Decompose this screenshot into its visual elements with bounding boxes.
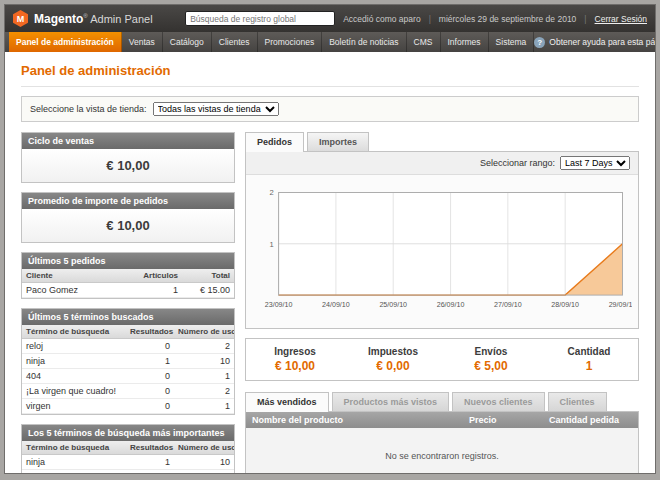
- stat-impuestos: Impuestos € 0,00: [344, 346, 442, 373]
- last-search-title: Últimos 5 términos buscados: [22, 309, 234, 325]
- totals-bar: Ingresos € 10,00 Impuestos € 0,00 Envíos…: [245, 338, 639, 381]
- avg-order-box: Promedio de importe de pedidos € 10,00: [21, 192, 235, 243]
- column-header: Resultados: [126, 325, 174, 339]
- stat-label: Ingresos: [246, 346, 344, 357]
- stat-value: € 5,00: [442, 359, 540, 373]
- column-header: Cliente: [22, 269, 136, 283]
- cell-uses: 2: [174, 339, 234, 354]
- tab-importes[interactable]: Importes: [307, 132, 369, 151]
- store-view-select[interactable]: Todas las vistas de tienda: [153, 102, 279, 116]
- svg-text:27/09/10: 27/09/10: [494, 301, 522, 309]
- nav-item-promociones[interactable]: Promociones: [258, 32, 323, 52]
- brand-mark: ®: [83, 13, 87, 19]
- admin-window: M Magento® Admin Panel Accedió como apar…: [4, 4, 656, 474]
- cell-uses: 2: [174, 470, 234, 475]
- stat-label: Envíos: [442, 346, 540, 357]
- nav-item-sistema[interactable]: Sistema: [489, 32, 535, 52]
- cell-term: ninja: [22, 354, 126, 369]
- cell-term: ninja: [22, 455, 126, 470]
- stat-value: € 0,00: [344, 359, 442, 373]
- svg-text:28/09/10: 28/09/10: [551, 301, 579, 309]
- page-title: Panel de administración: [21, 58, 639, 87]
- help-icon: ?: [534, 37, 545, 48]
- tab-clientes[interactable]: Clientes: [548, 392, 607, 411]
- nav-item-catalogo[interactable]: Catálogo: [163, 32, 212, 52]
- svg-text:29/09/10: 29/09/10: [609, 301, 632, 309]
- avg-order-title: Promedio de importe de pedidos: [22, 193, 234, 209]
- cell-uses: 2: [174, 384, 234, 399]
- cell-term: 404: [22, 369, 126, 384]
- column-header: Término de búsqueda: [22, 325, 126, 339]
- column-header: Total: [182, 269, 234, 283]
- cell-results: 1: [126, 455, 174, 470]
- cell-results: 0: [126, 399, 174, 414]
- range-bar: Seleccionar rango: Last 7 Days: [246, 152, 638, 175]
- nav-item-ventas[interactable]: Ventas: [122, 32, 163, 52]
- help-label: Obtener ayuda para esta página: [549, 37, 656, 47]
- chart-tabs: Pedidos Importes: [245, 132, 639, 151]
- last-orders-title: Últimos 5 pedidos: [22, 253, 234, 269]
- header-separator: |: [429, 14, 431, 24]
- column-header-qty: Cantidad pedida: [543, 412, 638, 428]
- tab-productos-mas-vistos[interactable]: Productos más vistos: [332, 392, 450, 411]
- nav-item-clientes[interactable]: Clientes: [212, 32, 258, 52]
- right-column: Pedidos Importes Seleccionar rango: Last…: [245, 132, 639, 474]
- last-orders-table: Cliente Artículos Total Paco Gomez 1 € 1…: [22, 269, 234, 298]
- stat-value: € 10,00: [246, 359, 344, 373]
- svg-text:23/09/10: 23/09/10: [265, 301, 293, 309]
- main-nav: Panel de administración Ventas Catálogo …: [5, 32, 655, 52]
- svg-text:25/09/10: 25/09/10: [379, 301, 407, 309]
- cell-uses: 1: [174, 399, 234, 414]
- help-link[interactable]: ? Obtener ayuda para esta página: [534, 32, 656, 52]
- tab-mas-vendidos[interactable]: Más vendidos: [245, 392, 329, 412]
- stat-cantidad: Cantidad 1: [540, 346, 638, 373]
- nav-item-informes[interactable]: Informes: [441, 32, 489, 52]
- nav-item-boletin[interactable]: Boletín de noticias: [322, 32, 406, 52]
- cell-results: 0: [126, 369, 174, 384]
- stat-value: 1: [540, 359, 638, 373]
- tab-nuevos-clientes[interactable]: Nuevos clientes: [452, 392, 545, 411]
- logout-link[interactable]: Cerrar Sesión: [595, 14, 647, 24]
- table-row[interactable]: ninja 1 10: [22, 455, 234, 470]
- header-right: Accedió como aparo | miércoles 29 de sep…: [185, 11, 647, 26]
- table-header-row: Término de búsqueda Resultados Número de…: [22, 441, 234, 455]
- column-header-product: Nombre del producto: [246, 412, 463, 428]
- nav-item-dashboard[interactable]: Panel de administración: [9, 32, 122, 52]
- column-header: Número de usos: [174, 325, 234, 339]
- top-search-box: Los 5 términos de búsqueda más important…: [21, 424, 235, 474]
- last-orders-box: Últimos 5 pedidos Cliente Artículos Tota…: [21, 252, 235, 299]
- cell-results: 0: [126, 339, 174, 354]
- table-row[interactable]: reloj 0 2: [22, 339, 234, 354]
- table-row[interactable]: virgen 0 1: [22, 399, 234, 414]
- table-row[interactable]: ¡La virgen que cuadro! 0 2: [22, 384, 234, 399]
- cell-results: 0: [126, 470, 174, 475]
- column-header: Número de usos: [174, 441, 234, 455]
- stat-envios: Envíos € 5,00: [442, 346, 540, 373]
- table-row[interactable]: Paco Gomez 1 € 15.00: [22, 283, 234, 298]
- left-column: Ciclo de ventas € 10,00 Promedio de impo…: [21, 132, 235, 474]
- store-view-label: Seleccione la vista de tienda:: [30, 104, 147, 114]
- store-view-bar: Seleccione la vista de tienda: Todas las…: [21, 96, 639, 122]
- sales-cycle-box: Ciclo de ventas € 10,00: [21, 132, 235, 183]
- nav-item-cms[interactable]: CMS: [407, 32, 441, 52]
- table-row[interactable]: 404 0 1: [22, 369, 234, 384]
- range-select[interactable]: Last 7 Days: [560, 156, 630, 170]
- cell-term: reloj: [22, 339, 126, 354]
- svg-text:2: 2: [270, 188, 274, 197]
- table-row[interactable]: ninja 1 10: [22, 354, 234, 369]
- table-row[interactable]: reloj 0 2: [22, 470, 234, 475]
- stat-ingresos: Ingresos € 10,00: [246, 346, 344, 373]
- stat-label: Cantidad: [540, 346, 638, 357]
- sales-cycle-title: Ciclo de ventas: [22, 133, 234, 149]
- global-search-input[interactable]: [185, 11, 335, 26]
- cell-items: 1: [136, 283, 182, 298]
- cell-uses: 10: [174, 455, 234, 470]
- brand-title: Magento® Admin Panel: [34, 12, 153, 26]
- brand-name: Magento: [34, 12, 83, 26]
- top-header: M Magento® Admin Panel Accedió como apar…: [5, 5, 655, 32]
- range-label: Seleccionar rango:: [480, 158, 555, 168]
- orders-chart: 1223/09/1024/09/1025/09/1026/09/1027/09/…: [252, 183, 632, 326]
- table-header-row: Cliente Artículos Total: [22, 269, 234, 283]
- tab-pedidos[interactable]: Pedidos: [245, 132, 304, 152]
- bottom-tabs: Más vendidos Productos más vistos Nuevos…: [245, 392, 639, 411]
